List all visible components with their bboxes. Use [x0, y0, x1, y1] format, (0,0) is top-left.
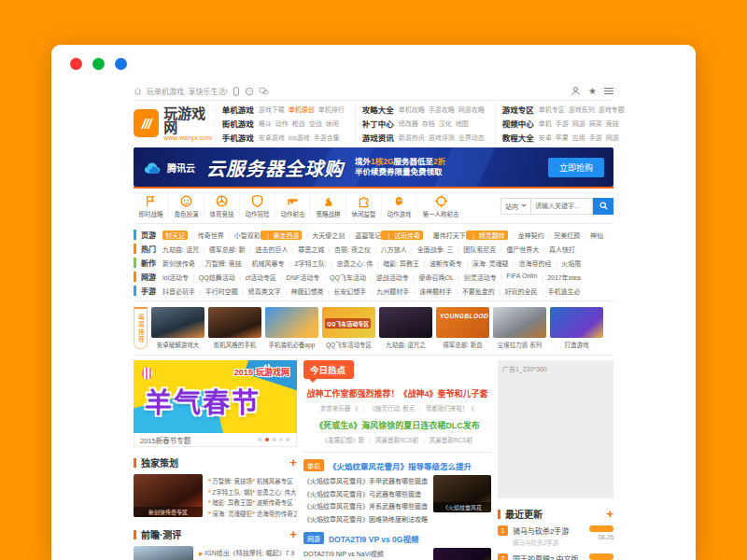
carousel-dot[interactable] — [286, 438, 290, 442]
game-link[interactable]: 真人快打 — [539, 245, 575, 254]
nav-link[interactable]: 游戏专题 — [599, 105, 625, 114]
recent-title[interactable]: 骑马与砍杀2手游 — [513, 525, 587, 536]
nav-group-title[interactable]: 街机游戏 — [222, 118, 254, 129]
weekly-thumb[interactable]: 尘埃拉力赛 系列 — [493, 307, 546, 349]
game-link[interactable]: 万智牌: 竞技 — [195, 259, 242, 268]
game-link[interactable]: Z字特工队: — [285, 259, 327, 268]
row-label[interactable]: 新作 — [134, 258, 156, 268]
game-link[interactable]: 精灵翻转 — [466, 231, 508, 240]
nav-link[interactable]: 手游 — [589, 133, 602, 142]
game-link[interactable]: DNF活动专 — [276, 273, 319, 282]
weekly-thumb[interactable]: 打造游戏 — [550, 307, 603, 349]
mobile-icon[interactable] — [233, 87, 240, 96]
game-link[interactable]: 诛神题材手 — [409, 287, 452, 296]
exclusive-link[interactable]: Z字特工队: 钢铁 — [208, 487, 252, 498]
game-link[interactable]: 大天使之剑 — [302, 231, 345, 240]
game-link[interactable]: QQ飞车活动 — [319, 273, 366, 282]
nav-link[interactable]: 单机攻略 — [399, 105, 425, 114]
hot-sublink[interactable]: 风暴首款RCS射 — [364, 435, 418, 444]
window-maximize-button[interactable] — [115, 58, 127, 70]
game-link[interactable]: 暗影: 异教王 — [373, 259, 419, 268]
category-strategy[interactable]: 策略战棋 — [311, 194, 346, 218]
carousel-dot[interactable] — [279, 438, 284, 442]
category-casual[interactable]: 休闲益智 — [346, 194, 382, 218]
nav-link[interactable]: 格斗 — [259, 119, 272, 128]
site-logo[interactable]: /// 玩游戏网 www.wanyx.com — [134, 106, 215, 141]
hot-sublink[interactable]: 《幽灵行动: 断点 — [359, 403, 416, 413]
exclusive-thumbnail[interactable]: 新剑侠传奇专区 — [134, 474, 203, 517]
banner-promo-line1-segment[interactable]: 2折 — [433, 157, 445, 166]
hot-headline-1[interactable]: 战神工作室都强烈推荐！《战神4》奎爷和儿子套 — [303, 387, 491, 399]
exclusive-link[interactable]: 机械风暴专区 — [252, 476, 296, 487]
nav-link[interactable]: 动作 — [275, 119, 289, 128]
game-link[interactable]: 全面战争: 三 — [407, 245, 454, 254]
hot-headline-2[interactable]: 《死或生6》海风徐徐的夏日连衣裙DLC发布 — [303, 419, 491, 431]
nav-group-title[interactable]: 教程大全 — [502, 132, 534, 143]
window-minimize-button[interactable] — [92, 58, 105, 70]
article-link[interactable]: 《火焰纹章风花雪月》斧系武器有哪些锻造 — [303, 500, 428, 513]
preview-thumbnail[interactable] — [134, 546, 193, 560]
category-fps[interactable]: 第一人称射击 — [417, 194, 464, 218]
nav-link[interactable]: 枪战 — [292, 119, 305, 128]
game-link[interactable]: 深海: 灵魂疑 — [462, 259, 509, 268]
search-scope-select[interactable]: 站内 — [500, 198, 531, 215]
nav-link[interactable]: 存档 — [422, 119, 435, 128]
game-link[interactable]: QQ炫舞活动 — [189, 273, 235, 282]
user-icon[interactable] — [571, 86, 581, 96]
hot-sublink[interactable]: 京京来乐器 《 — [320, 403, 359, 413]
search-button[interactable] — [593, 198, 613, 215]
plus-icon[interactable]: + — [606, 510, 613, 519]
carousel-dot[interactable] — [272, 438, 276, 442]
dota-thumbnail[interactable] — [433, 548, 491, 560]
hot-sublink[interactable]: 《发展幻想》新 — [322, 435, 365, 444]
game-link[interactable]: 龙神契约 — [508, 231, 544, 240]
nav-link[interactable]: 空战 — [309, 119, 322, 128]
recent-item[interactable]: 1 骑马与砍杀2手游 骑马与砍杀2手游 08-26 — [498, 525, 613, 547]
fire-emblem-thumbnail[interactable]: 《火焰纹章风花 — [433, 475, 491, 512]
game-link[interactable]: 火焰限 — [551, 259, 581, 268]
banner-promo-line1-segment[interactable]: 服务器低至 — [394, 157, 434, 166]
game-link[interactable]: 进击的巨人 — [246, 245, 289, 254]
article-link[interactable]: 《火焰纹章风花雪月》困难熟练度刷法攻略 — [303, 513, 428, 526]
qq-icon[interactable] — [245, 87, 254, 96]
exclusive-link[interactable]: 深海: 灵魂疑犯 — [208, 509, 252, 520]
carousel-dot[interactable] — [258, 438, 262, 442]
category-rts[interactable]: 即时战略 — [134, 194, 169, 218]
carousel-caption[interactable]: 2015新春节专题 — [140, 435, 190, 445]
nav-link[interactable]: 网游 — [606, 133, 619, 142]
download-pill[interactable] — [589, 525, 613, 532]
game-link[interactable]: 九州题材手 — [366, 287, 409, 296]
plus-icon[interactable]: + — [289, 458, 297, 468]
weekly-thumb[interactable]: 手机装机必备app — [265, 307, 318, 349]
carousel-dot[interactable] — [265, 438, 270, 442]
online-headline[interactable]: DOTA2TI9 VP vs 0G视频 — [329, 533, 419, 544]
exclusive-link[interactable]: 波斯传奇专区 — [252, 497, 296, 509]
game-link[interactable]: 盗墓笔记 — [345, 231, 381, 240]
weekly-thumb[interactable]: YOUNGBLOOD德军总部: 新血 — [436, 307, 489, 349]
exclusive-link[interactable]: 沧海帝的传奇之 — [252, 509, 296, 520]
carousel[interactable]: 2015·玩游戏网 羊气春节 — [134, 360, 297, 433]
nav-link[interactable]: 单机 — [539, 119, 552, 128]
game-link[interactable]: 平行时空题 — [195, 287, 238, 296]
article-link[interactable]: DOTA2TI9 NiP vs NaVi视频 — [303, 548, 428, 560]
article-link[interactable]: 《火焰纹章风花雪月》手甲武器有哪些锻造 — [303, 475, 428, 488]
game-link[interactable]: 好玩的全民 — [495, 287, 538, 296]
nav-link[interactable]: 单机原创 — [289, 105, 315, 114]
nav-link[interactable]: 游戏评测 — [429, 133, 455, 142]
game-link[interactable]: 长安幻想手 — [323, 287, 366, 296]
plus-icon[interactable]: + — [289, 530, 297, 539]
article-link[interactable]: 《火焰纹章风花雪月》弓武器有哪些锻造 — [303, 488, 428, 501]
row-label[interactable]: 页游 — [134, 230, 156, 240]
game-thumbnail[interactable]: QQ飞车活动专区 — [322, 307, 375, 338]
nav-link[interactable]: 业界动态 — [458, 133, 485, 142]
weekly-thumb[interactable]: QQ飞车活动专区QQ飞车活动专区 — [322, 307, 375, 349]
game-link[interactable]: 完美红颜 — [543, 231, 580, 240]
nav-link[interactable]: 应用 — [572, 133, 585, 142]
game-link[interactable]: 机械风暴专 — [242, 259, 285, 268]
weekly-thumb[interactable]: 街机风格的手机 — [208, 307, 261, 349]
game-link[interactable]: 神魔幻想类 — [281, 287, 324, 296]
game-link[interactable]: FIFA Onlin — [497, 273, 538, 282]
nav-link[interactable]: 新游热讯 — [399, 133, 425, 142]
nav-link[interactable]: 手游攻略 — [429, 105, 455, 114]
nav-link[interactable]: 网游 — [572, 119, 585, 128]
